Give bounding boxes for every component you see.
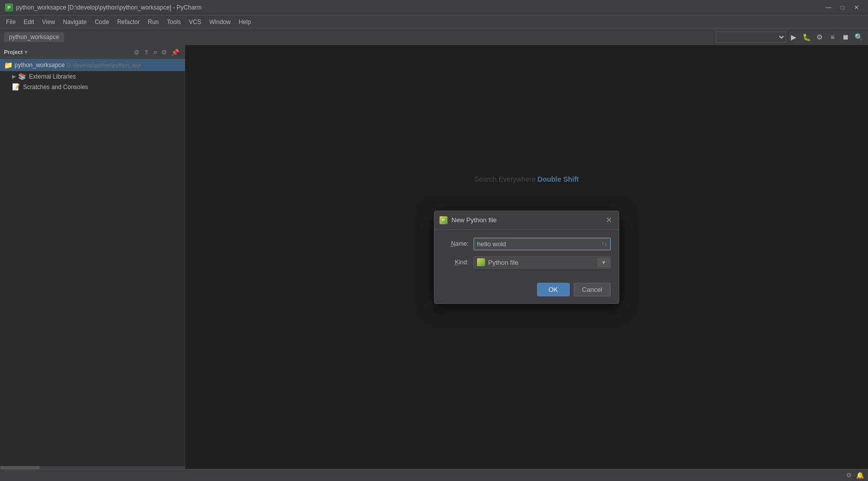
toolbar: python_worksapce ▶ 🐛 ⚙ ≡ ⏹ 🔍 — [0, 28, 868, 45]
dialog-close-button[interactable]: ✕ — [604, 215, 614, 225]
title-bar-controls: — □ ✕ — [822, 3, 863, 13]
project-tab-label: python_worksapce — [9, 34, 59, 41]
debug-button[interactable]: 🐛 — [801, 32, 812, 43]
kind-dropdown-arrow[interactable]: ▼ — [597, 258, 610, 267]
maximize-button[interactable]: □ — [836, 3, 849, 13]
profile-button[interactable]: ≡ — [827, 32, 838, 43]
menu-window[interactable]: Window — [205, 18, 235, 27]
name-input-wrap: ↑↓ — [474, 238, 611, 250]
scratches-consoles-item[interactable]: 📝 Scratches and Consoles — [0, 82, 185, 92]
kind-row: Kind: Python file Python unit test Pytho… — [443, 256, 611, 269]
menu-view[interactable]: View — [38, 18, 59, 27]
scrollbar-thumb[interactable] — [0, 466, 40, 469]
sidebar-header: Project ▾ ⚙ ⇑ ≡ ⚙ 📌 — [0, 45, 185, 59]
app-icon: P — [5, 4, 13, 12]
main-area: Project ▾ ⚙ ⇑ ≡ ⚙ 📌 📁 python_worksapce D… — [0, 45, 868, 469]
title-bar: P python_worksapce [D:\develop\python\py… — [0, 0, 868, 15]
sidebar-gear-btn[interactable]: ⚙ — [160, 48, 169, 57]
content-area: Search Everywhere Double Shift P New Pyt… — [185, 45, 868, 469]
name-input[interactable] — [474, 238, 598, 250]
external-libraries-label: External Libraries — [29, 73, 76, 80]
sidebar-header-label: Project — [4, 49, 23, 55]
sidebar-options-btn[interactable]: ≡ — [152, 48, 159, 57]
name-sort-button[interactable]: ↑↓ — [598, 239, 610, 248]
status-bar: ⚙ 🔔 — [0, 469, 868, 481]
dialog-title-icon: P — [440, 216, 448, 224]
project-tab[interactable]: python_worksapce — [4, 32, 64, 42]
menu-code[interactable]: Code — [91, 18, 113, 27]
sidebar-dropdown-icon[interactable]: ▾ — [25, 49, 28, 56]
sidebar-pin-btn[interactable]: 📌 — [170, 48, 181, 57]
menu-bar: File Edit View Navigate Code Refactor Ru… — [0, 15, 868, 28]
sidebar-header-actions: ⚙ ⇑ ≡ ⚙ 📌 — [132, 48, 181, 57]
sidebar-scrollbar[interactable] — [0, 466, 185, 469]
menu-file[interactable]: File — [2, 18, 20, 27]
dialog-overlay: P New Python file ✕ Name: ↑↓ — [185, 45, 868, 469]
expand-icon: ▶ — [12, 74, 16, 79]
run-button[interactable]: ▶ — [788, 32, 799, 43]
menu-run[interactable]: Run — [144, 18, 163, 27]
sidebar-settings-btn[interactable]: ⚙ — [132, 48, 141, 57]
menu-navigate[interactable]: Navigate — [59, 18, 91, 27]
kind-select[interactable]: Python file Python unit test Python stub — [485, 257, 597, 268]
kind-select-wrap: Python file Python unit test Python stub… — [474, 256, 611, 269]
cancel-button[interactable]: Cancel — [574, 283, 611, 296]
scratches-consoles-label: Scratches and Consoles — [23, 84, 88, 91]
kind-label: Kind: — [443, 259, 469, 266]
project-root-path: D:\develop\python\python_wor — [67, 62, 141, 68]
ok-button[interactable]: OK — [537, 283, 570, 296]
status-icon-right[interactable]: 🔔 — [856, 471, 864, 479]
menu-vcs[interactable]: VCS — [185, 18, 205, 27]
dialog-title: New Python file — [452, 216, 604, 224]
menu-edit[interactable]: Edit — [20, 18, 38, 27]
name-label: Name: — [443, 240, 469, 247]
dialog-title-bar: P New Python file ✕ — [435, 211, 619, 230]
menu-tools[interactable]: Tools — [163, 18, 185, 27]
status-icon-left[interactable]: ⚙ — [846, 471, 852, 479]
sidebar-collapse-btn[interactable]: ⇑ — [142, 48, 151, 57]
external-libraries-item[interactable]: ▶ 📚 External Libraries — [0, 71, 185, 82]
dialog-body: Name: ↑↓ Kind: — [435, 230, 619, 281]
new-python-file-dialog: P New Python file ✕ Name: ↑↓ — [434, 211, 619, 304]
python-file-icon — [477, 258, 485, 266]
project-root-name: python_worksapce — [15, 62, 65, 69]
name-row: Name: ↑↓ — [443, 238, 611, 250]
external-libraries-icon: 📚 — [18, 73, 26, 80]
minimize-button[interactable]: — — [822, 3, 835, 13]
project-root-item[interactable]: 📁 python_worksapce D:\develop\python\pyt… — [0, 59, 185, 71]
folder-icon: 📁 — [4, 61, 13, 69]
menu-help[interactable]: Help — [235, 18, 255, 27]
title-bar-text: python_worksapce [D:\develop\python\pyth… — [16, 4, 822, 11]
sidebar: Project ▾ ⚙ ⇑ ≡ ⚙ 📌 📁 python_worksapce D… — [0, 45, 185, 469]
search-everywhere-button[interactable]: 🔍 — [853, 32, 864, 43]
coverage-button[interactable]: ⚙ — [814, 32, 825, 43]
dialog-footer: OK Cancel — [435, 281, 619, 303]
scratches-icon: 📝 — [12, 83, 20, 91]
run-config-combo[interactable] — [716, 32, 786, 43]
menu-refactor[interactable]: Refactor — [113, 18, 144, 27]
stop-button[interactable]: ⏹ — [840, 32, 851, 43]
close-button[interactable]: ✕ — [850, 3, 863, 13]
